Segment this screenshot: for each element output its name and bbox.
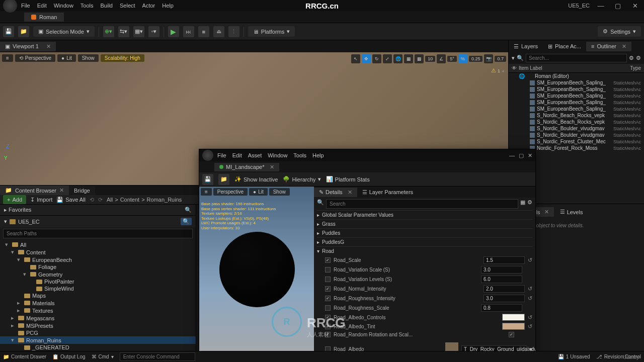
col-label[interactable]: Item Label [519,65,630,71]
close-button[interactable]: ✕ [629,2,641,10]
material-preview[interactable]: ≡ Perspective ● Lit Show Base pass shade… [199,187,314,361]
surface-snap-icon[interactable]: ▦ [404,54,413,63]
param-override-checkbox[interactable] [325,257,331,263]
nav-back-icon[interactable]: ⟲ [90,197,94,203]
param-value-input[interactable]: 2.0 [484,285,525,293]
mi-maximize-button[interactable]: ▢ [519,152,524,159]
options-icon[interactable]: ⚙ [629,55,634,61]
tree-row[interactable]: PCG [0,329,196,336]
unsaved-button[interactable]: 💾 1 Unsaved [558,354,590,359]
camera-speed-icon[interactable]: 📷 [484,54,493,63]
outliner-row[interactable]: SM_EuropeanBeech_Sapling_StaticMeshAc [509,93,644,99]
reset-icon[interactable]: ↺ [528,257,532,263]
param-override-checkbox[interactable] [325,315,331,320]
group-road[interactable]: ▾ Road [317,246,532,255]
crumb-content[interactable]: Content [120,197,140,203]
mi-lit-dropdown[interactable]: ● Lit [249,188,268,196]
platform-stats-button[interactable]: 📊 Platform Stats [326,176,370,183]
world-local-toggle[interactable]: 🌐 [393,54,403,63]
group-global[interactable]: ▸ Global Scalar Parameter Values [317,210,532,219]
nav-fwd-icon[interactable]: ⟳ [98,197,103,203]
mi-perspective-dropdown[interactable]: Perspective [213,188,248,196]
param-value-input[interactable]: 1.5 [484,256,525,264]
eject-button[interactable]: ⏏ [213,26,224,37]
output-log-button[interactable]: 📋 Output Log [52,354,85,359]
param-override-checkbox[interactable] [325,277,331,282]
browse-icon[interactable]: 📁 [18,26,29,37]
mi-menu-edit[interactable]: Edit [232,152,242,158]
outliner-row[interactable]: S_Nordic_Beach_Rocks_vepkStaticMeshAc [509,112,644,119]
group-grass[interactable]: ▸ Grass [317,219,532,228]
outliner-search-input[interactable] [526,54,627,62]
tree-row[interactable]: ▸Textures [0,307,196,314]
tree-row[interactable]: ▸Megascans [0,314,196,322]
search-icon[interactable]: 🔍 [185,207,192,213]
outliner-row[interactable]: SM_EuropeanBeech_Sapling_StaticMeshAc [509,79,644,86]
level-tab-roman[interactable]: Roman [24,13,64,22]
stop-button[interactable]: ■ [198,26,209,37]
group-puddles[interactable]: ▸ Puddles [317,228,532,237]
scalability-badge[interactable]: Scalability: High [101,54,144,62]
menu-tools[interactable]: Tools [80,3,94,9]
menu-actor[interactable]: Actor [142,3,155,9]
menu-build[interactable]: Build [101,3,113,9]
color-swatch[interactable] [502,314,525,321]
reset-icon[interactable]: ↺ [528,323,532,330]
close-tab-icon[interactable]: ✕ [46,43,51,50]
reset-icon[interactable]: ↺ [528,314,532,321]
param-value-input[interactable]: 3.0 [484,295,525,302]
color-swatch[interactable] [502,323,525,330]
tab-place-actors[interactable]: ⊞ Place Ac... [543,42,586,51]
param-override-checkbox[interactable] [325,305,331,311]
step-button[interactable]: ⏭ [183,26,194,37]
minimize-button[interactable]: — [595,2,607,10]
import-button[interactable]: ↧ Import [30,197,52,203]
content-drawer-button[interactable]: 📁 Content Drawer [3,354,46,359]
filter-icon[interactable]: ▦ [520,199,525,209]
tree-row[interactable]: PivotPainter [0,278,196,285]
rotate-tool[interactable]: ↻ [372,54,381,63]
crumb-roman[interactable]: Roman_Ruins [147,197,182,203]
tab-outliner[interactable]: ≡ Outliner ✕ [586,42,631,51]
translate-tool[interactable]: ✥ [362,54,371,63]
mi-menu-file[interactable]: File [217,152,226,158]
angle-snap-icon[interactable]: ∠ [437,54,446,63]
tab-content-browser[interactable]: 📁 Content Browser ✕ [0,186,69,195]
save-icon[interactable]: 💾 [3,26,14,37]
tree-row[interactable]: ▾EuropeanBeech [0,256,196,263]
mi-menu-tools[interactable]: Tools [293,152,306,158]
mi-viewport-menu-icon[interactable]: ≡ [201,188,212,196]
crumb-all[interactable]: All [107,197,113,203]
mi-tab-details[interactable]: ✎ Details ✕ [314,188,357,197]
tree-row[interactable]: ▾All [0,241,196,248]
tree-row[interactable]: SimpleWind [0,285,196,292]
maximize-button[interactable]: ▢ [612,2,624,10]
tab-bridge[interactable]: Bridge [69,186,95,195]
filter-icon[interactable]: ▾ [512,55,515,61]
lit-dropdown[interactable]: ● Lit [57,54,76,62]
viewport-menu-icon[interactable]: ≡ [2,54,13,62]
warning-chevron-icon[interactable]: ◂ [502,68,504,73]
outliner-world[interactable]: 🌐 Roman (Editor) [509,73,644,79]
mi-menu-asset[interactable]: Asset [248,152,262,158]
menu-select[interactable]: Select [120,3,135,9]
close-tab-icon[interactable]: ✕ [270,164,274,170]
param-override-checkbox[interactable] [325,267,331,273]
tree-row[interactable]: ▸Materials [0,299,196,307]
param-override-checkbox[interactable] [325,324,331,329]
platforms-dropdown[interactable]: 🖥 Platforms ▾ [248,26,295,37]
outliner-row[interactable]: S_Nordic_Forest_Cluster_MecStaticMeshAc [509,138,644,145]
mi-close-button[interactable]: ✕ [528,152,532,159]
gear-icon[interactable] [527,199,532,209]
param-value-input[interactable]: 6.0 [481,276,522,283]
console-input[interactable] [120,352,195,361]
param-value-input[interactable]: 3.0 [481,266,522,274]
mi-show-dropdown[interactable]: Show [269,188,290,196]
mi-asset-tab[interactable]: MI_Landscape* ✕ [214,163,279,171]
settings-dropdown[interactable]: Settings ▾ [598,26,641,37]
tree-row[interactable]: ▾Content [0,248,196,256]
group-puddlesg[interactable]: ▸ PuddlesG [317,237,532,246]
viewport-tab[interactable]: ▣ Viewport 1 ✕ [0,42,56,51]
outliner-row[interactable]: SM_EuropeanBeech_Sapling_StaticMeshAc [509,86,644,93]
scale-tool[interactable]: ⤢ [383,54,392,63]
